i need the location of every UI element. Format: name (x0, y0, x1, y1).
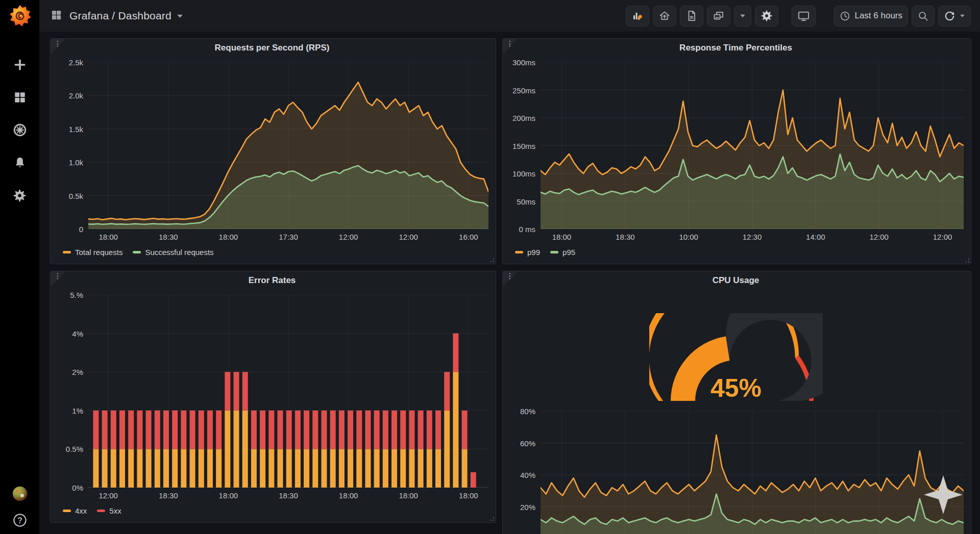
panel-resize-handle[interactable] (489, 257, 494, 262)
panel-cpu-usage: ⋮ CPU Usage 45% 80%60%40%20%0% 18:0018:3… (502, 271, 971, 534)
sidebar-item-alerting[interactable] (12, 155, 28, 170)
panel-header[interactable]: Requests per Second (RPS) (56, 39, 488, 57)
x-tick-label: 18:30 (616, 233, 635, 241)
y-tick-label: 50ms (517, 197, 535, 206)
refresh-button[interactable] (938, 6, 971, 27)
panel-header[interactable]: CPU Usage (508, 271, 964, 290)
sidebar-item-configuration[interactable] (12, 188, 28, 203)
y-tick-label: 20% (520, 502, 535, 511)
save-options-caret-button[interactable] (734, 6, 751, 27)
panel-header[interactable]: Response Time Percentiles (508, 39, 964, 57)
gear-icon (13, 189, 27, 202)
y-tick-label: 4% (72, 329, 83, 338)
panel-menu-icon[interactable]: ⋮ (54, 272, 61, 279)
tv-monitor-icon (797, 10, 810, 22)
latency-plot-area[interactable] (541, 62, 964, 229)
y-tick-label: 2% (72, 368, 83, 376)
error-rates-chart: 5.%4%2%1%0.5%0% 12:0018:3018:0018:3018:0… (56, 295, 488, 502)
x-tick-label: 12:00 (933, 233, 952, 241)
dashboard-settings-file-button[interactable] (680, 6, 703, 27)
grafana-logo-icon[interactable] (7, 4, 33, 29)
legend-color-chip (133, 251, 141, 253)
time-range-picker[interactable]: Last 6 hours (834, 6, 908, 27)
panel-menu-icon[interactable]: ⋮ (506, 272, 513, 279)
dashboard-settings-button[interactable] (755, 6, 778, 27)
panel-resize-handle[interactable] (964, 257, 969, 262)
svg-text:?: ? (17, 516, 22, 525)
caret-down-icon (960, 14, 965, 18)
chart-legend: p99p95 (508, 243, 964, 261)
x-tick-label: 12:30 (743, 233, 762, 241)
top-nav: Grafana / Dashboard (39, 0, 980, 32)
legend-item[interactable]: 4xx (63, 506, 87, 515)
search-button[interactable] (912, 6, 935, 27)
sidebar-item-explore[interactable] (12, 122, 28, 138)
save-dashboard-button[interactable] (707, 6, 730, 27)
error-rates-plot-area[interactable] (88, 295, 488, 488)
help-icon[interactable]: ? (12, 513, 28, 528)
y-tick-label: 5.% (70, 291, 83, 299)
breadcrumb-title[interactable]: Grafana / Dashboard (69, 10, 172, 22)
legend-item[interactable]: Successful requests (133, 248, 213, 257)
panel-resize-handle[interactable] (489, 516, 494, 521)
x-tick-label: 18:00 (339, 491, 358, 500)
y-tick-label: 1.5k (69, 124, 83, 133)
y-tick-label: 40% (520, 471, 535, 479)
x-tick-label: 10:00 (679, 233, 698, 241)
legend-item[interactable]: 5xx (97, 506, 121, 515)
legend-color-chip (97, 510, 105, 512)
x-tick-label: 18:00 (459, 491, 478, 500)
refresh-icon (944, 10, 955, 22)
sidebar-item-create[interactable] (12, 57, 28, 72)
x-axis-labels: 12:0018:3018:0018:3018:0018:0018:00 (88, 488, 488, 502)
cycle-view-mode-button[interactable] (792, 6, 816, 27)
x-tick-label: 14:00 (806, 233, 825, 241)
y-tick-label: 0.5% (66, 445, 83, 453)
y-tick-label: 150ms (512, 141, 535, 150)
dashboard-grid: ⋮ Requests per Second (RPS) 2.5k2.0k1.5k… (39, 32, 980, 534)
y-axis-labels: 2.5k2.0k1.5k1.0k0.5k0 (56, 62, 88, 229)
copy-save-icon (713, 10, 725, 22)
panel-header[interactable]: Error Rates (56, 271, 488, 290)
x-tick-label: 18:00 (99, 233, 118, 241)
x-tick-label: 18:00 (219, 491, 238, 500)
panel-stats-button[interactable] (626, 6, 649, 27)
panel-title: Error Rates (249, 275, 296, 286)
y-tick-label: 100ms (512, 169, 535, 178)
user-avatar[interactable] (12, 486, 28, 501)
legend-label: Successful requests (145, 248, 213, 257)
search-icon (917, 10, 929, 22)
clock-icon (840, 11, 850, 21)
x-tick-label: 12:00 (399, 233, 418, 241)
cpu-gauge: 45% (508, 290, 964, 406)
legend-item[interactable]: Total requests (63, 248, 122, 257)
document-icon (685, 10, 698, 22)
chevron-down-icon[interactable] (177, 11, 183, 20)
svg-text:45%: 45% (710, 374, 761, 402)
x-tick-label: 18:30 (159, 491, 178, 500)
legend-label: 4xx (75, 506, 87, 515)
x-tick-label: 18:30 (159, 233, 178, 241)
toolbar: Last 6 hours (626, 6, 971, 27)
caret-down-icon (740, 14, 746, 18)
cpu-plot-area[interactable] (541, 411, 964, 534)
share-button[interactable] (653, 6, 676, 27)
y-tick-label: 0 (79, 225, 83, 234)
grid-icon (13, 91, 27, 104)
dashboard-grid-icon[interactable] (51, 9, 62, 23)
legend-color-chip (550, 251, 558, 253)
legend-color-chip (515, 251, 523, 253)
x-tick-label: 18:00 (552, 233, 572, 241)
y-tick-label: 60% (520, 439, 535, 447)
rps-plot-area[interactable] (88, 62, 488, 229)
legend-item[interactable]: p99 (515, 248, 540, 257)
panel-menu-icon[interactable]: ⋮ (54, 40, 61, 47)
sidebar-item-dashboards[interactable] (12, 90, 28, 105)
legend-item[interactable]: p95 (550, 248, 575, 257)
cpu-chart: 80%60%40%20%0% 18:0018:3018:0012:0018:00… (508, 411, 964, 534)
panel-menu-icon[interactable]: ⋮ (506, 40, 513, 47)
panel-title: CPU Usage (713, 275, 760, 286)
home-share-icon (658, 10, 671, 22)
x-tick-label: 18:00 (219, 233, 238, 241)
y-tick-label: 2.5k (69, 58, 83, 67)
